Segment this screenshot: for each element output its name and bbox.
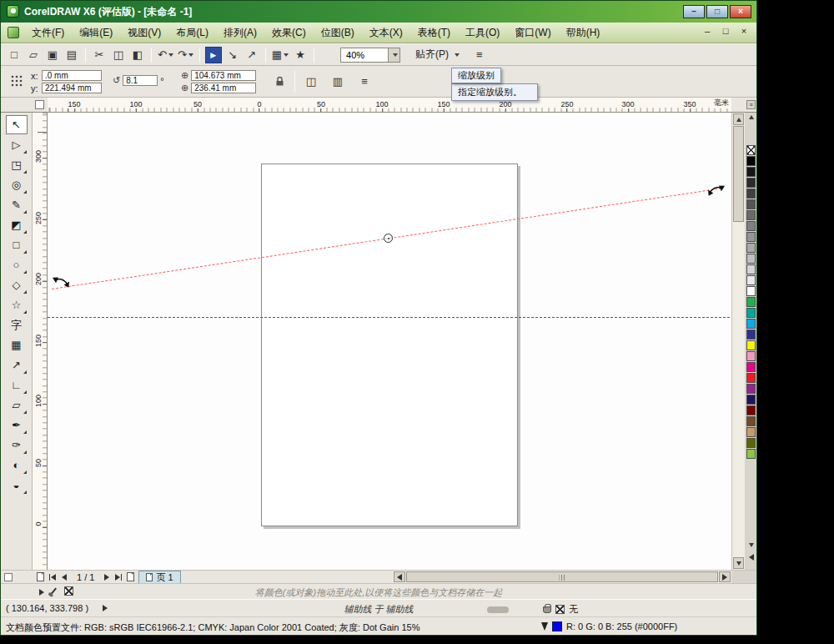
guideline-x-field[interactable]: 104.673 mm	[191, 70, 256, 81]
search-content-icon[interactable]: ▶	[205, 47, 222, 63]
color-swatch-15[interactable]	[746, 319, 756, 329]
menu-item-1[interactable]: 编辑(E)	[72, 23, 120, 43]
welcome-screen-icon[interactable]: ★	[292, 47, 309, 63]
add-page-icon[interactable]	[127, 572, 134, 581]
snap-settings-button[interactable]: ≡	[354, 72, 374, 90]
table-tool[interactable]: ▦	[6, 335, 28, 355]
color-swatch-19[interactable]	[746, 362, 756, 372]
color-swatch-18[interactable]	[746, 351, 756, 361]
basic-shapes-tool[interactable]: ☆	[6, 295, 28, 314]
horizontal-scroll-thumb[interactable]	[406, 571, 718, 582]
snap-dropdown[interactable]: 贴齐(P)	[412, 48, 463, 62]
cut-icon[interactable]: ✂	[91, 47, 108, 63]
menu-item-3[interactable]: 布局(L)	[168, 23, 216, 43]
doc-restore-button[interactable]: □	[720, 26, 731, 36]
rotate-handle-left[interactable]	[51, 271, 72, 292]
scroll-right-icon[interactable]	[719, 571, 731, 582]
palette-scroll-up-icon[interactable]	[745, 113, 757, 122]
page-tab[interactable]: 页 1	[138, 571, 180, 583]
color-swatch-13[interactable]	[746, 297, 756, 307]
color-swatch-17[interactable]	[746, 340, 756, 350]
minimize-button[interactable]: –	[683, 5, 705, 18]
shape-tool[interactable]: ▷	[6, 135, 28, 154]
color-swatch-4[interactable]	[746, 199, 756, 209]
guideline-y-field[interactable]: 236.41 mm	[191, 83, 256, 93]
color-swatch-11[interactable]	[746, 275, 756, 285]
toolbar-options-icon[interactable]: ≡	[476, 48, 483, 61]
rectangle-tool[interactable]: □	[6, 235, 28, 254]
color-swatch-12[interactable]	[746, 286, 756, 296]
palette-expand-icon[interactable]	[745, 551, 757, 563]
ruler-origin-corner[interactable]	[1, 98, 48, 113]
import-icon[interactable]: ↘	[224, 47, 241, 63]
doc-close-button[interactable]: ×	[738, 26, 750, 36]
horizontal-scrollbar[interactable]	[393, 570, 731, 583]
status-splitter[interactable]	[487, 606, 509, 613]
color-swatch-20[interactable]	[746, 373, 756, 383]
menu-item-0[interactable]: 文件(F)	[24, 23, 72, 43]
color-swatch-22[interactable]	[746, 395, 756, 405]
color-swatch-24[interactable]	[746, 416, 756, 426]
last-page-button[interactable]	[114, 574, 123, 581]
color-swatch-5[interactable]	[746, 210, 756, 220]
color-swatch-25[interactable]	[746, 427, 756, 437]
color-swatch-27[interactable]	[746, 449, 756, 459]
color-swatch-7[interactable]	[746, 232, 756, 242]
fill-tool[interactable]: ◐	[6, 455, 28, 475]
menu-item-8[interactable]: 表格(T)	[410, 23, 458, 43]
vertical-scrollbar[interactable]	[731, 113, 745, 570]
rotation-center-marker[interactable]	[384, 234, 393, 243]
ruler-origin-icon[interactable]	[35, 100, 44, 109]
zoom-tool[interactable]: ◎	[6, 175, 28, 194]
interactive-fill-tool[interactable]: ◒	[6, 475, 28, 495]
zoom-dropdown-icon[interactable]	[388, 48, 399, 62]
color-swatch-21[interactable]	[746, 384, 756, 394]
color-swatch-9[interactable]	[746, 254, 756, 264]
color-eyedropper-tool[interactable]: ✒	[6, 415, 28, 435]
color-swatch-23[interactable]	[746, 405, 756, 415]
polygon-tool[interactable]: ◇	[6, 275, 28, 294]
menu-item-11[interactable]: 帮助(H)	[559, 23, 608, 43]
zoom-level-combo[interactable]: 40%	[340, 48, 400, 63]
color-swatch-8[interactable]	[746, 243, 756, 253]
menu-item-7[interactable]: 文本(X)	[362, 23, 410, 43]
rotation-angle-field[interactable]: 8.1	[123, 75, 158, 86]
color-swatch-6[interactable]	[746, 221, 756, 231]
menu-item-6[interactable]: 位图(B)	[314, 23, 362, 43]
color-swatch-10[interactable]	[746, 264, 756, 274]
undo-icon[interactable]: ↶	[157, 47, 174, 63]
export-icon[interactable]: ↗	[244, 47, 260, 63]
lock-guideline-button[interactable]	[269, 72, 289, 90]
freehand-tool[interactable]: ✎	[6, 195, 28, 214]
no-color-swatch[interactable]	[746, 145, 756, 155]
page-sorter-icon[interactable]	[37, 572, 44, 581]
color-swatch-16[interactable]	[746, 330, 756, 340]
application-launcher-icon[interactable]: ▦	[271, 47, 289, 63]
menu-item-9[interactable]: 工具(O)	[458, 23, 507, 43]
maximize-button[interactable]: □	[706, 5, 728, 18]
scroll-down-icon[interactable]	[733, 557, 744, 569]
connector-tool[interactable]: ∟	[6, 375, 28, 395]
crop-tool[interactable]: ◳	[6, 155, 28, 174]
color-swatch-2[interactable]	[746, 178, 756, 188]
menu-item-10[interactable]: 窗口(W)	[507, 23, 558, 43]
horizontal-ruler[interactable]: 毫米 15010050050100150200250300350	[48, 98, 731, 113]
menu-item-5[interactable]: 效果(C)	[264, 23, 314, 43]
palette-scroll-down-icon[interactable]	[745, 541, 757, 550]
redo-icon[interactable]: ↷	[177, 47, 194, 63]
copy-icon[interactable]: ◫	[110, 47, 127, 63]
page-grid-icon[interactable]	[4, 573, 13, 581]
open-icon[interactable]: ▱	[25, 47, 42, 63]
y-position-field[interactable]: 221.494 mm	[42, 83, 102, 93]
blend-tool[interactable]: ▱	[6, 395, 28, 415]
color-swatch-14[interactable]	[746, 308, 756, 318]
next-page-button[interactable]	[103, 574, 110, 581]
guideline-presets-button[interactable]: ◫	[301, 72, 321, 90]
menu-item-2[interactable]: 视图(V)	[120, 23, 168, 43]
menu-item-4[interactable]: 排列(A)	[216, 23, 264, 43]
doc-minimize-button[interactable]: –	[701, 26, 713, 36]
color-swatch-1[interactable]	[746, 167, 756, 177]
rotate-handle-right[interactable]	[705, 179, 726, 200]
vertical-scroll-thumb[interactable]	[733, 126, 744, 222]
x-position-field[interactable]: .0 mm	[42, 70, 102, 81]
